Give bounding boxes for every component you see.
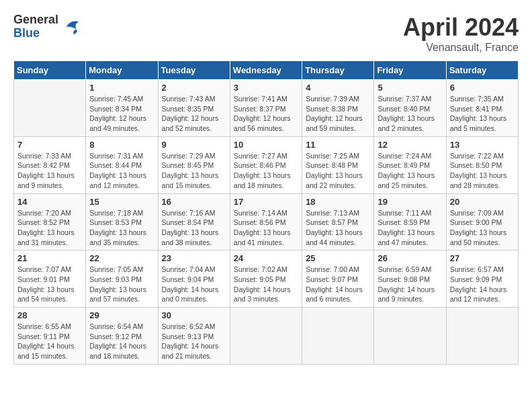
day-number: 3	[234, 83, 298, 93]
day-number: 21	[17, 253, 82, 263]
day-number: 30	[162, 310, 226, 320]
month-title: April 2024	[403, 13, 519, 42]
day-info: Sunrise: 7:07 AMSunset: 9:01 PMDaylight:…	[17, 265, 82, 304]
day-info: Sunrise: 7:45 AMSunset: 8:34 PMDaylight:…	[89, 94, 154, 134]
table-row: 14Sunrise: 7:20 AMSunset: 8:52 PMDayligh…	[14, 193, 86, 250]
calendar-week-row: 21Sunrise: 7:07 AMSunset: 9:01 PMDayligh…	[14, 250, 519, 308]
table-row	[374, 308, 446, 365]
table-row: 15Sunrise: 7:18 AMSunset: 8:53 PMDayligh…	[86, 193, 158, 250]
table-row	[230, 308, 302, 365]
calendar-header: Sunday Monday Tuesday Wednesday Thursday…	[14, 61, 519, 80]
day-info: Sunrise: 6:52 AMSunset: 9:13 PMDaylight:…	[162, 322, 226, 361]
day-number: 26	[378, 253, 442, 263]
weekday-monday: Monday	[86, 61, 158, 80]
day-info: Sunrise: 7:18 AMSunset: 8:53 PMDaylight:…	[89, 208, 154, 248]
day-info: Sunrise: 7:25 AMSunset: 8:48 PMDaylight:…	[306, 151, 370, 191]
table-row: 20Sunrise: 7:09 AMSunset: 9:00 PMDayligh…	[446, 193, 518, 250]
calendar-week-row: 7Sunrise: 7:33 AMSunset: 8:42 PMDaylight…	[14, 136, 519, 193]
calendar-week-row: 14Sunrise: 7:20 AMSunset: 8:52 PMDayligh…	[14, 193, 519, 250]
day-info: Sunrise: 7:20 AMSunset: 8:52 PMDaylight:…	[17, 208, 82, 248]
day-number: 20	[450, 197, 515, 207]
day-number: 7	[17, 140, 82, 150]
day-info: Sunrise: 7:27 AMSunset: 8:46 PMDaylight:…	[234, 151, 298, 191]
day-info: Sunrise: 7:04 AMSunset: 9:04 PMDaylight:…	[162, 265, 226, 304]
day-number: 13	[450, 140, 515, 150]
table-row: 3Sunrise: 7:41 AMSunset: 8:37 PMDaylight…	[230, 80, 302, 137]
table-row: 30Sunrise: 6:52 AMSunset: 9:13 PMDayligh…	[158, 308, 230, 365]
day-info: Sunrise: 7:41 AMSunset: 8:37 PMDaylight:…	[234, 94, 298, 134]
logo-blue-text: Blue	[13, 27, 58, 40]
table-row	[446, 308, 518, 365]
day-info: Sunrise: 6:54 AMSunset: 9:12 PMDaylight:…	[89, 322, 154, 361]
weekday-tuesday: Tuesday	[158, 61, 230, 80]
day-info: Sunrise: 7:31 AMSunset: 8:44 PMDaylight:…	[89, 151, 154, 191]
table-row: 4Sunrise: 7:39 AMSunset: 8:38 PMDaylight…	[302, 80, 374, 137]
day-number: 22	[89, 253, 154, 263]
table-row: 27Sunrise: 6:57 AMSunset: 9:09 PMDayligh…	[446, 250, 518, 308]
calendar-body: 1Sunrise: 7:45 AMSunset: 8:34 PMDaylight…	[14, 80, 519, 365]
calendar-week-row: 1Sunrise: 7:45 AMSunset: 8:34 PMDaylight…	[14, 80, 519, 137]
day-number: 10	[234, 140, 298, 150]
day-info: Sunrise: 7:39 AMSunset: 8:38 PMDaylight:…	[306, 94, 370, 134]
table-row: 23Sunrise: 7:04 AMSunset: 9:04 PMDayligh…	[158, 250, 230, 308]
day-info: Sunrise: 7:00 AMSunset: 9:07 PMDaylight:…	[306, 265, 370, 304]
day-info: Sunrise: 7:24 AMSunset: 8:49 PMDaylight:…	[378, 151, 442, 191]
table-row: 16Sunrise: 7:16 AMSunset: 8:54 PMDayligh…	[158, 193, 230, 250]
day-number: 27	[450, 253, 515, 263]
day-number: 11	[306, 140, 370, 150]
day-number: 1	[89, 83, 154, 93]
day-info: Sunrise: 7:43 AMSunset: 8:35 PMDaylight:…	[162, 94, 226, 134]
day-info: Sunrise: 7:29 AMSunset: 8:45 PMDaylight:…	[162, 151, 226, 191]
day-number: 14	[17, 197, 82, 207]
table-row: 1Sunrise: 7:45 AMSunset: 8:34 PMDaylight…	[86, 80, 158, 137]
day-number: 16	[162, 197, 226, 207]
day-info: Sunrise: 7:11 AMSunset: 8:59 PMDaylight:…	[378, 208, 442, 248]
day-number: 6	[450, 83, 515, 93]
day-info: Sunrise: 7:22 AMSunset: 8:50 PMDaylight:…	[450, 151, 515, 191]
day-info: Sunrise: 7:33 AMSunset: 8:42 PMDaylight:…	[17, 151, 82, 191]
table-row: 6Sunrise: 7:35 AMSunset: 8:41 PMDaylight…	[446, 80, 518, 137]
title-block: April 2024 Venansault, France	[403, 13, 519, 54]
calendar-week-row: 28Sunrise: 6:55 AMSunset: 9:11 PMDayligh…	[14, 308, 519, 365]
day-number: 24	[234, 253, 298, 263]
table-row: 19Sunrise: 7:11 AMSunset: 8:59 PMDayligh…	[374, 193, 446, 250]
day-number: 5	[378, 83, 442, 93]
day-number: 9	[162, 140, 226, 150]
day-info: Sunrise: 7:09 AMSunset: 9:00 PMDaylight:…	[450, 208, 515, 248]
table-row: 22Sunrise: 7:05 AMSunset: 9:03 PMDayligh…	[86, 250, 158, 308]
table-row: 26Sunrise: 6:59 AMSunset: 9:08 PMDayligh…	[374, 250, 446, 308]
day-number: 25	[306, 253, 370, 263]
day-info: Sunrise: 7:02 AMSunset: 9:05 PMDaylight:…	[234, 265, 298, 304]
day-number: 4	[306, 83, 370, 93]
day-info: Sunrise: 7:13 AMSunset: 8:57 PMDaylight:…	[306, 208, 370, 248]
day-number: 28	[17, 310, 82, 320]
table-row: 21Sunrise: 7:07 AMSunset: 9:01 PMDayligh…	[14, 250, 86, 308]
day-info: Sunrise: 7:14 AMSunset: 8:56 PMDaylight:…	[234, 208, 298, 248]
table-row: 28Sunrise: 6:55 AMSunset: 9:11 PMDayligh…	[14, 308, 86, 365]
table-row: 11Sunrise: 7:25 AMSunset: 8:48 PMDayligh…	[302, 136, 374, 193]
weekday-thursday: Thursday	[302, 61, 374, 80]
logo-bird-icon	[61, 17, 81, 37]
table-row: 29Sunrise: 6:54 AMSunset: 9:12 PMDayligh…	[86, 308, 158, 365]
day-number: 19	[378, 197, 442, 207]
table-row	[14, 80, 86, 137]
table-row: 5Sunrise: 7:37 AMSunset: 8:40 PMDaylight…	[374, 80, 446, 137]
location-text: Venansault, France	[403, 42, 519, 54]
day-info: Sunrise: 7:16 AMSunset: 8:54 PMDaylight:…	[162, 208, 226, 248]
day-info: Sunrise: 6:59 AMSunset: 9:08 PMDaylight:…	[378, 265, 442, 304]
day-info: Sunrise: 7:05 AMSunset: 9:03 PMDaylight:…	[89, 265, 154, 304]
table-row: 17Sunrise: 7:14 AMSunset: 8:56 PMDayligh…	[230, 193, 302, 250]
calendar-table: Sunday Monday Tuesday Wednesday Thursday…	[13, 60, 519, 365]
logo-general-text: General	[13, 13, 58, 27]
page-header: General Blue April 2024 Venansault, Fran…	[13, 13, 519, 54]
day-number: 8	[89, 140, 154, 150]
table-row: 18Sunrise: 7:13 AMSunset: 8:57 PMDayligh…	[302, 193, 374, 250]
weekday-sunday: Sunday	[14, 61, 86, 80]
table-row: 10Sunrise: 7:27 AMSunset: 8:46 PMDayligh…	[230, 136, 302, 193]
day-info: Sunrise: 6:57 AMSunset: 9:09 PMDaylight:…	[450, 265, 515, 304]
table-row: 24Sunrise: 7:02 AMSunset: 9:05 PMDayligh…	[230, 250, 302, 308]
table-row: 8Sunrise: 7:31 AMSunset: 8:44 PMDaylight…	[86, 136, 158, 193]
weekday-header-row: Sunday Monday Tuesday Wednesday Thursday…	[14, 61, 519, 80]
table-row: 25Sunrise: 7:00 AMSunset: 9:07 PMDayligh…	[302, 250, 374, 308]
day-info: Sunrise: 6:55 AMSunset: 9:11 PMDaylight:…	[17, 322, 82, 361]
